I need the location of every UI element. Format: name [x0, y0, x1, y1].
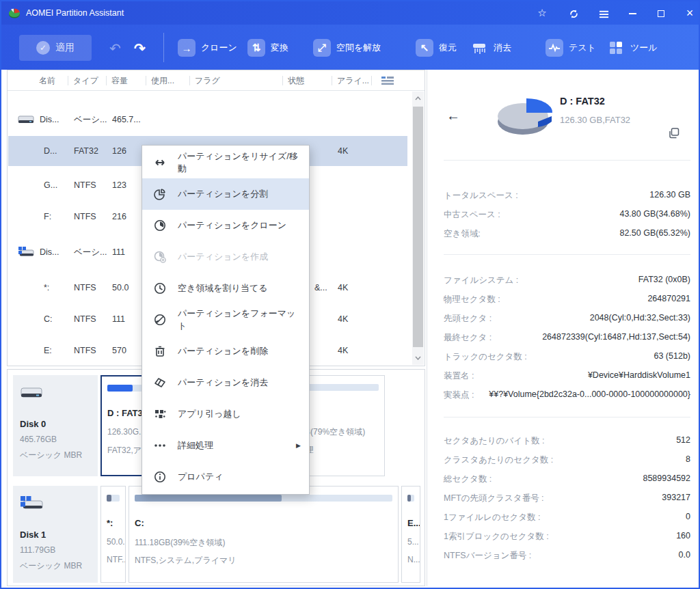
toolbar-test-button[interactable]: テスト: [546, 38, 596, 57]
cell-capacity: 126: [112, 136, 126, 166]
close-button[interactable]: ×: [681, 1, 699, 25]
disk1-info[interactable]: Disk 1 111.79GB ベーシック MBR: [13, 486, 98, 583]
header-name[interactable]: 名前: [39, 70, 55, 91]
usage-bar-fill: [135, 495, 282, 502]
toolbar-clone-button[interactable]: → クローン: [178, 38, 237, 57]
disk-icon: [18, 113, 34, 126]
scroll-down-icon[interactable]: [412, 353, 424, 364]
detail-label: トータルスペース :: [444, 190, 518, 202]
menu-item-properties[interactable]: プロパティ: [142, 461, 309, 493]
toolbar-clone-label: クローン: [201, 42, 237, 54]
header-divider: [332, 76, 332, 85]
toolbar-tools-button[interactable]: ツール: [607, 38, 658, 57]
detail-label: 空き領域:: [444, 228, 481, 240]
cell-name: *:: [44, 273, 49, 303]
partition-block-e[interactable]: E... 5... N...: [401, 486, 420, 583]
detail-label: MFTの先頭クラスタ番号 :: [444, 493, 544, 504]
toolbar-restore-button[interactable]: ↖ 復元: [416, 38, 457, 57]
menu-item-label: パーティションをフォーマット: [178, 307, 301, 332]
redo-button[interactable]: ↷: [134, 40, 146, 57]
menu-item-allocate[interactable]: 空き領域を割り当てる: [142, 273, 309, 304]
partition-fs: N...: [407, 555, 420, 564]
detail-label: 1ファイルレのセクタ数 :: [444, 512, 541, 523]
cell-align: 4K: [338, 136, 348, 166]
partition-size: 126.30G...: [107, 427, 146, 437]
table-row-disk0[interactable]: Dis... ベーシ... 465.7...: [8, 105, 407, 135]
cell-name: G...: [44, 170, 57, 200]
maximize-button[interactable]: [652, 1, 670, 25]
cell-type: NTFS: [74, 273, 96, 303]
toolbar-erase-button[interactable]: 消去: [470, 38, 511, 57]
menu-item-label: パーティションを消去: [178, 376, 268, 389]
header-used[interactable]: 使用...: [151, 70, 174, 91]
disk1-name: Disk 1: [20, 530, 91, 540]
detail-row: トータルスペース : 126.30 GB: [444, 190, 690, 202]
header-divider: [106, 76, 107, 85]
menu-item-split[interactable]: パーティションを分割: [142, 178, 309, 210]
partition-block-c[interactable]: C: 111.18GB(39%空き領域) NTFS,システム,プライマリ: [129, 486, 399, 583]
header-align[interactable]: アライ...: [337, 70, 369, 91]
main-menu-icon[interactable]: [595, 1, 612, 25]
toolbar-convert-button[interactable]: ⇅ 変換: [247, 38, 288, 57]
detail-value: 393217: [662, 493, 690, 502]
detail-value: 8589934592: [643, 474, 690, 483]
app-title: AOMEI Partition Assistant: [26, 1, 124, 25]
menu-item-label: 詳細処理: [178, 439, 213, 452]
back-arrow-button[interactable]: ←: [446, 108, 460, 124]
app-mover-icon: [153, 407, 167, 421]
check-icon: ✓: [36, 41, 50, 55]
detail-row: ファイルシステム : FAT32 (0x0B): [444, 275, 690, 287]
detail-label: 装置名 :: [444, 370, 474, 382]
partition-label: E...: [407, 518, 420, 528]
minimize-button[interactable]: [623, 1, 641, 25]
scroll-up-icon[interactable]: [412, 93, 424, 104]
header-flags[interactable]: フラグ: [195, 70, 220, 91]
menu-item-wipe[interactable]: パーティションを消去: [142, 367, 309, 398]
scrollbar-thumb[interactable]: [413, 107, 423, 347]
header-divider: [68, 76, 68, 85]
disk0-info[interactable]: Disk 0 465.76GB ベーシック MBR: [13, 375, 98, 476]
menu-item-advanced[interactable]: 詳細処理 ▶: [142, 430, 309, 461]
usage-bar: [135, 495, 392, 502]
app-logo-icon: [8, 7, 21, 19]
cell-name: C:: [44, 304, 53, 334]
main-toolbar: ✓ 適用 ↶ ↷ → クローン ⇅ 変換 ⤢ 空間を解放 ↖ 復元: [1, 25, 699, 70]
favorite-star-icon[interactable]: ☆: [533, 1, 551, 25]
update-refresh-icon[interactable]: [565, 1, 582, 25]
partition-block-star[interactable]: *: 50.0... NTF...: [100, 486, 126, 583]
menu-item-clone[interactable]: パーティションをクローン: [142, 210, 309, 241]
undo-button[interactable]: ↶: [109, 40, 121, 57]
partition-pie-chart: [490, 90, 561, 143]
detail-label: 先頭セクタ :: [444, 313, 492, 325]
menu-item-delete[interactable]: パーティションを削除: [142, 335, 309, 367]
column-settings-icon[interactable]: [381, 75, 394, 86]
menu-item-create[interactable]: パーティションを作成: [142, 241, 309, 273]
apply-button[interactable]: ✓ 適用: [19, 35, 92, 61]
detail-label: ファイルシステム :: [444, 275, 518, 286]
menu-item-resize-move[interactable]: パーティションをリサイズ/移動: [142, 147, 309, 178]
cell-name: Dis...: [40, 237, 59, 267]
cell-align: 4K: [338, 304, 348, 334]
detail-value: 0.0: [679, 550, 690, 560]
copy-icon[interactable]: [668, 127, 680, 139]
detail-value: 264872339(Cyl:16487,Hd:137,Sect:54): [542, 332, 690, 342]
partition-label: C:: [135, 518, 144, 528]
header-type[interactable]: タイプ: [73, 70, 98, 91]
menu-item-app-mover[interactable]: アプリ引っ越し: [142, 398, 309, 430]
toolbar-free-space-button[interactable]: ⤢ 空間を解放: [313, 38, 381, 57]
test-icon: [546, 39, 563, 57]
usage-bar-fill: [407, 495, 411, 502]
menu-item-format[interactable]: パーティションをフォーマット: [142, 304, 309, 335]
detail-value: 512: [676, 435, 690, 445]
detail-row: MFTの先頭クラスタ番号 : 393217: [444, 493, 690, 505]
divider: [444, 160, 690, 161]
header-status[interactable]: 状態: [288, 70, 304, 91]
header-capacity[interactable]: 容量: [111, 70, 128, 91]
detail-value: 126.30 GB: [649, 190, 690, 200]
list-scrollbar[interactable]: [412, 92, 424, 365]
split-icon: [153, 187, 167, 201]
clone-partition-icon: [153, 219, 167, 232]
cell-name: F:: [44, 202, 51, 232]
partition-size: 50.0...: [107, 537, 126, 547]
disk1-type: ベーシック MBR: [20, 560, 91, 572]
